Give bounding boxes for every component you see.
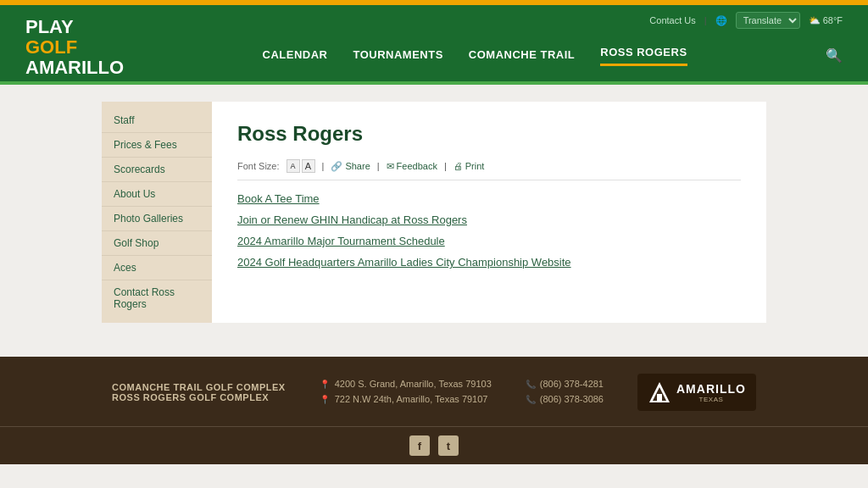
header-top-row: Contact Us | 🌐 Translate ⛅ 68°F — [649, 12, 843, 29]
content-links: Book A Tee Time Join or Renew GHIN Handi… — [237, 192, 741, 269]
address1-text: 4200 S. Grand, Amarillo, Texas 79103 — [335, 377, 492, 392]
print-icon: 🖨 — [453, 161, 463, 171]
sidebar-item-about-us[interactable]: About Us — [102, 182, 212, 207]
footer-logo-sub: TEXAS — [676, 396, 746, 403]
complex2-name: ROSS ROGERS GOLF COMPLEX — [112, 392, 286, 402]
font-size-label: Font Size: — [237, 161, 280, 171]
feedback-icon: ✉ — [387, 161, 394, 172]
nav-calendar[interactable]: CALENDAR — [263, 48, 328, 66]
sidebar-item-staff[interactable]: Staff — [102, 108, 212, 133]
globe-icon: 🌐 — [715, 15, 727, 26]
sidebar-item-contact[interactable]: Contact Ross Rogers — [102, 280, 212, 316]
complex1-name: COMANCHE TRAIL GOLF COMPLEX — [112, 382, 286, 392]
sidebar-item-photo-galleries[interactable]: Photo Galleries — [102, 207, 212, 231]
page-title: Ross Rogers — [237, 122, 741, 146]
link-ghin-handicap[interactable]: Join or Renew GHIN Handicap at Ross Roge… — [237, 214, 741, 226]
sidebar-item-scorecards[interactable]: Scorecards — [102, 158, 212, 182]
footer-complex-names: COMANCHE TRAIL GOLF COMPLEX ROSS ROGERS … — [112, 382, 286, 402]
phone-icon-1 — [526, 377, 536, 392]
translate-select[interactable]: Translate — [736, 12, 800, 29]
footer-columns: COMANCHE TRAIL GOLF COMPLEX ROSS ROGERS … — [0, 374, 868, 423]
nav-ross-rogers[interactable]: ROSS ROGERS — [600, 46, 687, 66]
content-tools-bar: Font Size: A A | 🔗 Share | ✉ Feedback | … — [237, 159, 741, 180]
logo-play: PLAY — [25, 17, 124, 37]
nav-tournaments[interactable]: TOURNAMENTS — [353, 48, 442, 66]
pin-icon-1 — [320, 377, 330, 392]
font-decrease-button[interactable]: A — [287, 159, 300, 173]
logo-golf: GOLF — [25, 37, 124, 58]
main-panel: Ross Rogers Font Size: A A | 🔗 Share | ✉… — [212, 102, 766, 323]
site-logo[interactable]: PLAY GOLF AMARILLO — [25, 17, 124, 79]
link-ladies-championship[interactable]: 2024 Golf Headquarters Amarillo Ladies C… — [237, 256, 741, 269]
header: Contact Us | 🌐 Translate ⛅ 68°F PLAY GOL… — [0, 5, 868, 81]
address1-row: 4200 S. Grand, Amarillo, Texas 79103 — [320, 377, 492, 392]
svg-rect-2 — [657, 394, 662, 401]
phone1-text: (806) 378-4281 — [540, 377, 604, 392]
pin-icon-2 — [320, 392, 330, 408]
twitter-button[interactable]: t — [438, 435, 459, 456]
share-button[interactable]: 🔗 Share — [331, 161, 370, 172]
phone2-text: (806) 378-3086 — [540, 392, 604, 408]
main-nav: CALENDAR TOURNAMENTS COMANCHE TRAIL ROSS… — [263, 46, 687, 66]
footer-phones: (806) 378-4281 (806) 378-3086 — [526, 377, 604, 407]
search-button[interactable]: 🔍 — [826, 47, 843, 64]
share-icon: 🔗 — [331, 161, 342, 172]
sidebar-item-prices-fees[interactable]: Prices & Fees — [102, 133, 212, 158]
sidebar-item-golf-shop[interactable]: Golf Shop — [102, 231, 212, 256]
main-content: Staff Prices & Fees Scorecards About Us … — [0, 85, 868, 340]
footer-logo-area: AMARILLO TEXAS — [637, 374, 756, 411]
amarillo-logo-icon — [648, 380, 671, 404]
font-increase-button[interactable]: A — [302, 159, 315, 173]
facebook-button[interactable]: f — [409, 435, 430, 456]
print-button[interactable]: 🖨 Print — [453, 161, 485, 171]
font-size-controls: A A — [287, 159, 315, 173]
footer-social: f t — [0, 426, 868, 456]
nav-comanche-trail[interactable]: COMANCHE TRAIL — [469, 48, 575, 66]
link-tournament-schedule[interactable]: 2024 Amarillo Major Tournament Schedule — [237, 235, 741, 247]
phone2-row: (806) 378-3086 — [526, 392, 604, 408]
footer-logo-box: AMARILLO TEXAS — [637, 374, 756, 411]
sidebar-item-aces[interactable]: Aces — [102, 256, 212, 280]
footer-addresses: 4200 S. Grand, Amarillo, Texas 79103 722… — [320, 377, 492, 407]
sidebar: Staff Prices & Fees Scorecards About Us … — [102, 102, 212, 323]
address2-row: 722 N.W 24th, Amarillo, Texas 79107 — [320, 392, 492, 408]
phone1-row: (806) 378-4281 — [526, 377, 604, 392]
phone-icon-2 — [526, 392, 536, 408]
address2-text: 722 N.W 24th, Amarillo, Texas 79107 — [335, 392, 488, 408]
contact-us-link[interactable]: Contact Us — [649, 15, 695, 25]
feedback-button[interactable]: ✉ Feedback — [387, 161, 437, 172]
link-book-tee-time[interactable]: Book A Tee Time — [237, 192, 741, 205]
logo-amarillo: AMARILLO — [25, 58, 124, 78]
footer: COMANCHE TRAIL GOLF COMPLEX ROSS ROGERS … — [0, 357, 868, 464]
footer-logo-text: AMARILLO — [676, 382, 746, 396]
weather-badge: ⛅ 68°F — [809, 15, 843, 26]
